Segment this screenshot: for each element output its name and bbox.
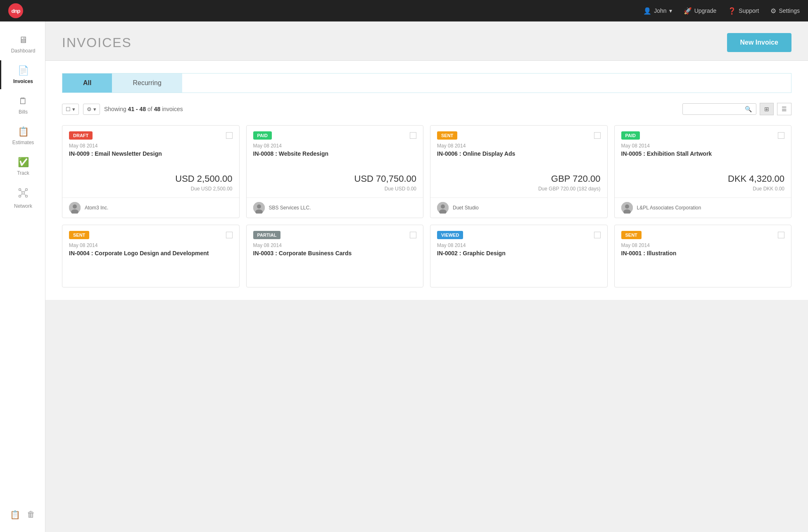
status-badge: PARTIAL bbox=[253, 231, 281, 239]
card-top: SENT bbox=[615, 225, 791, 239]
card-top: DRAFT bbox=[62, 126, 239, 140]
avatar bbox=[69, 202, 81, 214]
invoice-card[interactable]: PARTIAL May 08 2014 IN-0003 : Corporate … bbox=[246, 225, 424, 287]
toolbar: ☐ ▾ ⚙ ▾ Showing 41 - 48 of 48 invoices bbox=[62, 103, 791, 115]
card-date: May 08 2014 bbox=[615, 239, 791, 250]
svg-point-10 bbox=[73, 204, 77, 209]
card-top: SENT bbox=[62, 225, 239, 239]
card-due: Due USD 0.00 bbox=[247, 186, 423, 197]
card-title: IN-0008 : Website Redesign bbox=[247, 150, 423, 167]
sidebar-bottom-actions: 📋 🗑 bbox=[6, 506, 39, 524]
card-title: IN-0001 : Illustration bbox=[615, 250, 791, 266]
topnav-right: 👤 John ▾ 🚀 Upgrade ❓ Support ⚙ Settings bbox=[643, 7, 800, 15]
estimates-icon: 📋 bbox=[18, 126, 29, 137]
checkbox-icon: ☐ bbox=[66, 106, 71, 112]
sidebar-bottom: 📋 🗑 bbox=[0, 506, 45, 532]
card-footer: Duet Studio bbox=[430, 197, 607, 218]
card-date: May 08 2014 bbox=[430, 239, 607, 250]
checkbox-select[interactable]: ☐ ▾ bbox=[62, 104, 79, 115]
card-due: Due GBP 720.00 (182 days) bbox=[430, 186, 607, 197]
card-title: IN-0003 : Corporate Business Cards bbox=[247, 250, 423, 266]
main-content: INVOICES New Invoice All Recurring ☐ ▾ ⚙ bbox=[45, 21, 808, 532]
sidebar: 🖥 Dashboard 📄 Invoices 🗒 Bills 📋 Estimat… bbox=[0, 21, 45, 532]
card-footer: Atom3 Inc. bbox=[62, 197, 239, 218]
card-checkbox[interactable] bbox=[410, 232, 416, 238]
layout: 🖥 Dashboard 📄 Invoices 🗒 Bills 📋 Estimat… bbox=[0, 21, 808, 532]
card-date: May 08 2014 bbox=[615, 140, 791, 150]
topnav: dnp 👤 John ▾ 🚀 Upgrade ❓ Support ⚙ Setti… bbox=[0, 0, 808, 21]
dashboard-icon: 🖥 bbox=[19, 35, 28, 45]
sidebar-item-network[interactable]: Network bbox=[0, 183, 45, 214]
card-amount: DKK 4,320.00 bbox=[615, 167, 791, 186]
sidebar-item-estimates[interactable]: 📋 Estimates bbox=[0, 121, 45, 150]
avatar bbox=[621, 202, 633, 214]
rocket-icon: 🚀 bbox=[684, 7, 692, 15]
card-due: Due DKK 0.00 bbox=[615, 186, 791, 197]
client-name: Atom3 Inc. bbox=[85, 205, 108, 211]
logo[interactable]: dnp bbox=[8, 3, 23, 18]
card-checkbox[interactable] bbox=[410, 132, 416, 139]
sidebar-item-invoices[interactable]: 📄 Invoices bbox=[0, 60, 45, 89]
gear-icon: ⚙ bbox=[87, 106, 92, 112]
card-title: IN-0005 : Exhibition Stall Artwork bbox=[615, 150, 791, 167]
page-header: INVOICES New Invoice bbox=[45, 21, 808, 61]
invoice-icon: 📄 bbox=[18, 65, 29, 76]
card-top: VIEWED bbox=[430, 225, 607, 239]
client-name: SBS Services LLC. bbox=[269, 205, 311, 211]
card-checkbox[interactable] bbox=[226, 132, 233, 139]
search-input[interactable] bbox=[687, 106, 745, 112]
invoice-tabs: All Recurring bbox=[62, 73, 791, 93]
page-title: INVOICES bbox=[62, 35, 132, 50]
support-button[interactable]: ❓ Support bbox=[728, 7, 759, 15]
invoice-card[interactable]: SENT May 08 2014 IN-0004 : Corporate Log… bbox=[62, 225, 240, 287]
help-icon: ❓ bbox=[728, 7, 736, 15]
invoice-card[interactable]: PAID May 08 2014 IN-0005 : Exhibition St… bbox=[614, 125, 792, 218]
client-name: L&PL Associates Corporation bbox=[637, 205, 701, 211]
invoice-card[interactable]: PAID May 08 2014 IN-0008 : Website Redes… bbox=[246, 125, 424, 218]
settings-button[interactable]: ⚙ Settings bbox=[770, 7, 800, 15]
card-amount: USD 2,500.00 bbox=[62, 167, 239, 186]
chevron-down-icon: ▾ bbox=[72, 106, 75, 112]
sidebar-item-track[interactable]: ✅ Track bbox=[0, 152, 45, 181]
list-view-button[interactable]: ☰ bbox=[777, 103, 791, 115]
invoice-card[interactable]: SENT May 08 2014 IN-0001 : Illustration bbox=[614, 225, 792, 287]
chevron-down-icon: ▾ bbox=[93, 106, 96, 112]
toolbar-right: 🔍 ⊞ ☰ bbox=[682, 103, 791, 115]
bills-icon: 🗒 bbox=[19, 96, 28, 107]
upgrade-button[interactable]: 🚀 Upgrade bbox=[684, 7, 717, 15]
invoice-card[interactable]: DRAFT May 08 2014 IN-0009 : Email Newsle… bbox=[62, 125, 240, 218]
tab-recurring[interactable]: Recurring bbox=[112, 74, 182, 93]
status-badge: PAID bbox=[621, 131, 640, 140]
search-box[interactable]: 🔍 bbox=[682, 103, 756, 115]
client-name: Duet Studio bbox=[453, 205, 479, 211]
card-checkbox[interactable] bbox=[594, 132, 601, 139]
svg-line-7 bbox=[21, 194, 22, 196]
svg-point-3 bbox=[19, 195, 21, 197]
new-invoice-button[interactable]: New Invoice bbox=[727, 33, 791, 52]
gear-select[interactable]: ⚙ ▾ bbox=[83, 104, 100, 115]
grid-view-button[interactable]: ⊞ bbox=[760, 103, 774, 115]
gear-icon: ⚙ bbox=[770, 7, 776, 15]
content-area: All Recurring ☐ ▾ ⚙ ▾ Showing 41 - bbox=[45, 61, 808, 300]
svg-point-13 bbox=[257, 204, 261, 209]
card-checkbox[interactable] bbox=[226, 232, 233, 238]
trash-icon[interactable]: 🗑 bbox=[27, 510, 35, 520]
card-checkbox[interactable] bbox=[778, 132, 784, 139]
copy-icon[interactable]: 📋 bbox=[10, 510, 20, 520]
card-title: IN-0004 : Corporate Logo Design and Deve… bbox=[62, 250, 239, 266]
svg-point-19 bbox=[625, 204, 629, 209]
user-menu[interactable]: 👤 John ▾ bbox=[643, 7, 672, 15]
card-title: IN-0006 : Online Display Ads bbox=[430, 150, 607, 167]
sidebar-item-bills[interactable]: 🗒 Bills bbox=[0, 91, 45, 120]
sidebar-item-dashboard[interactable]: 🖥 Dashboard bbox=[0, 30, 45, 59]
card-top: PARTIAL bbox=[247, 225, 423, 239]
card-checkbox[interactable] bbox=[778, 232, 784, 238]
card-checkbox[interactable] bbox=[594, 232, 601, 238]
tab-all[interactable]: All bbox=[62, 74, 112, 93]
invoice-card[interactable]: SENT May 08 2014 IN-0006 : Online Displa… bbox=[430, 125, 608, 218]
svg-point-0 bbox=[22, 192, 24, 194]
track-icon: ✅ bbox=[18, 157, 29, 168]
invoice-card[interactable]: VIEWED May 08 2014 IN-0002 : Graphic Des… bbox=[430, 225, 608, 287]
card-top: PAID bbox=[615, 126, 791, 140]
card-date: May 08 2014 bbox=[247, 140, 423, 150]
